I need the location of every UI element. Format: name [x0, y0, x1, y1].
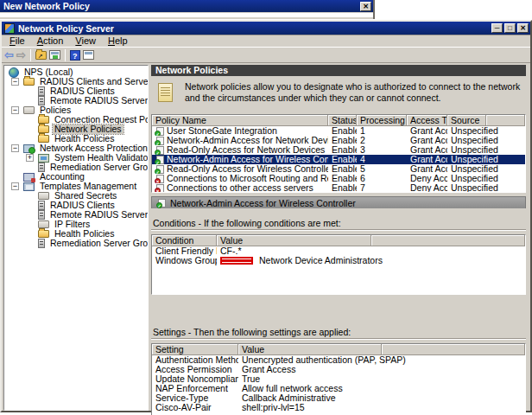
setting-name-cell: Access Permission [152, 365, 238, 374]
condition-value-text: Network Device Administrators [259, 256, 383, 265]
column-header-source[interactable]: Source [447, 115, 486, 126]
column-header-value[interactable]: Value [217, 235, 371, 246]
policy-row-connections-to-microsoft-routing-and-remote-access-server[interactable]: ✕Connections to Microsoft Routing and Re… [152, 174, 525, 183]
condition-row-windows-groups[interactable]: Windows GroupsNetwork Device Administrat… [152, 256, 525, 265]
policy-row-read-only-access-for-network-devices[interactable]: ✓Read-Only Access for Network DevicesEna… [152, 145, 525, 155]
policy-name-cell: ✓Network-Admin Access for Wireless Contr… [152, 155, 328, 164]
collapse-icon[interactable]: − [11, 78, 19, 86]
column-header-status[interactable]: Status [328, 115, 357, 126]
dialog-close-icon[interactable]: ✕ [360, 2, 371, 11]
policy-order-cell: 1 [357, 126, 407, 136]
folder-icon [38, 125, 49, 133]
maximize-icon[interactable]: □ [504, 23, 516, 33]
policy-order-cell: 5 [357, 164, 407, 174]
policy-order-cell: 3 [357, 145, 407, 155]
policy-grant-icon: ✓ [156, 165, 164, 174]
conditions-list[interactable]: ConditionValue Client Friendly NameCF-.*… [151, 234, 526, 295]
policy-access-cell: Deny Access [407, 174, 447, 183]
policy-grant-icon: ✓ [156, 127, 164, 136]
new-network-policy-dialog: New Network Policy ✕ [0, 0, 375, 19]
policy-deny-icon: ✕ [156, 175, 164, 183]
policy-name-text: Read-Only Access for Wireless Controller… [167, 164, 328, 174]
column-header-policy-name[interactable]: Policy Name [152, 115, 328, 126]
console-tree[interactable]: NPS (Local)−RADIUS Clients and ServersRA… [3, 65, 149, 411]
policies-description: Network policies allow you to designate … [185, 81, 522, 104]
close-icon[interactable]: ✕ [517, 23, 529, 33]
collapse-icon[interactable]: − [11, 106, 19, 114]
dialog-client-edge [0, 12, 373, 17]
results-pane-header: Network Policies [151, 65, 526, 76]
properties-window-icon[interactable] [83, 50, 94, 60]
condition-name-cell: Windows Groups [152, 256, 217, 265]
policy-order-cell: 4 [357, 155, 407, 164]
server-icon [38, 201, 45, 210]
column-header-access-type[interactable]: Access Type [407, 115, 447, 126]
setting-row-service-type[interactable]: Service-TypeCallback Administrative [152, 393, 525, 403]
minimize-icon[interactable]: ─ [491, 23, 503, 33]
policy-source-cell: Unspecified [447, 126, 522, 136]
badge-glyph: ✕ [155, 188, 161, 194]
setting-name-cell: Service-Type [152, 393, 238, 403]
setting-row-update-noncompliant-clients[interactable]: Update Noncompliant ClientsTrue [152, 374, 525, 384]
setting-value-cell: Unencrypted authentication (PAP, SPAP) [238, 355, 525, 365]
settings-list[interactable]: SettingValue Authentication MethodUnencr… [151, 343, 526, 415]
settings-separator [151, 338, 526, 340]
tree-item-remediation-server-groups[interactable]: Remediation Server Groups [4, 239, 148, 248]
policy-name-cell: ✕Connections to Microsoft Routing and Re… [152, 174, 328, 183]
policy-grant-icon: ✓ [156, 146, 164, 155]
badge-glyph: ✓ [155, 140, 161, 146]
policy-access-cell: Grant Access [407, 126, 447, 136]
console-content: NPS (Local)−RADIUS Clients and ServersRA… [2, 63, 530, 412]
export-folder-icon[interactable]: ↗ [35, 51, 47, 60]
case-icon [38, 192, 49, 200]
setting-row-authentication-method[interactable]: Authentication MethodUnencrypted authent… [152, 355, 525, 365]
menu-help[interactable]: Help [102, 35, 134, 47]
condition-value-cell: Network Device Administrators [217, 256, 525, 265]
policy-row-user-stonegate-integration[interactable]: ✓User StoneGate IntegrationEnabled1Grant… [152, 126, 525, 136]
condition-row-client-friendly-name[interactable]: Client Friendly NameCF-.* [152, 246, 525, 256]
policy-row-network-admin-access-for-wireless-controller[interactable]: ✓Network-Admin Access for Wireless Contr… [152, 155, 525, 164]
policy-row-network-admin-access-for-network-devices[interactable]: ✓Network-Admin Access for Network Device… [152, 136, 525, 145]
folder-icon [38, 230, 49, 238]
nps-console-window: Network Policy Server ─ □ ✕ FileActionVi… [0, 20, 532, 412]
column-header-value[interactable]: Value [238, 344, 382, 355]
setting-row-access-permission[interactable]: Access PermissionGrant Access [152, 365, 525, 374]
menu-file[interactable]: File [3, 35, 31, 47]
server-icon [38, 239, 45, 248]
dialog-titlebar[interactable]: New Network Policy ✕ [0, 0, 373, 12]
expand-icon[interactable]: + [26, 154, 34, 162]
server-icon [38, 86, 45, 96]
back-arrow-icon[interactable]: ⇦ [4, 49, 14, 61]
menu-view[interactable]: View [69, 35, 102, 47]
tree-item-remote-radius-server-groups[interactable]: Remote RADIUS Server Groups [4, 96, 148, 105]
policy-name-text: Network-Admin Access for Wireless Contro… [167, 155, 328, 164]
policies-description-block: Network policies allow you to designate … [151, 76, 526, 114]
policies-list[interactable]: Policy NameStatusProcessing OrderAccess … [151, 114, 526, 193]
condition-value-text: CF-.* [220, 246, 242, 256]
setting-value-cell: Allow full network access [238, 384, 525, 393]
show-console-window-icon[interactable] [49, 50, 60, 60]
policy-source-cell: Unspecified [447, 183, 522, 193]
collapse-icon[interactable]: − [11, 144, 19, 152]
forward-arrow-icon[interactable]: ⇨ [16, 49, 26, 61]
column-header-processing-order[interactable]: Processing Order [357, 115, 407, 126]
policy-status-cell: Enabled [328, 155, 357, 164]
column-header-setting[interactable]: Setting [152, 344, 238, 355]
policy-row-connections-to-other-access-servers[interactable]: ✕Connections to other access serversEnab… [152, 183, 525, 193]
shv-icon [38, 154, 49, 163]
policy-row-read-only-access-for-wireless-controllers[interactable]: ✓Read-Only Access for Wireless Controlle… [152, 164, 525, 174]
setting-row-nap-enforcement[interactable]: NAP EnforcementAllow full network access [152, 384, 525, 393]
help-icon[interactable]: ? [70, 50, 80, 61]
column-header-condition[interactable]: Condition [152, 235, 217, 246]
settings-list-header: SettingValue [152, 344, 525, 355]
setting-row-cisco-av-pair[interactable]: Cisco-AV-Pairshell:priv-lvl=15 [152, 403, 525, 412]
spacer [151, 295, 526, 317]
nps-icon [9, 67, 19, 78]
setting-name-cell: Update Noncompliant Clients [152, 374, 238, 384]
menu-action[interactable]: Action [31, 35, 70, 47]
policy-access-cell: Grant Access [407, 145, 447, 155]
selected-policy-bar: ✓ Network-Admin Access for Wireless Cont… [151, 196, 526, 208]
collapse-icon[interactable]: − [11, 182, 19, 190]
policy-name-cell: ✓Network-Admin Access for Network Device… [152, 136, 328, 145]
window-titlebar[interactable]: Network Policy Server ─ □ ✕ [2, 22, 530, 35]
